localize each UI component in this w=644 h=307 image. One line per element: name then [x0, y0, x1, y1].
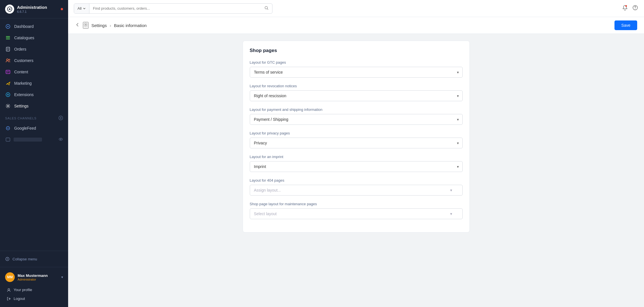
sidebar-label-orders: Orders: [14, 47, 26, 51]
imprint-select[interactable]: Imprint: [250, 161, 462, 172]
sidebar-item-marketing[interactable]: Marketing: [0, 78, 68, 89]
app-name: Administration: [17, 5, 47, 10]
svg-rect-4: [6, 38, 10, 38]
privacy-select[interactable]: Privacy: [250, 138, 462, 148]
svg-point-22: [635, 9, 635, 9]
sidebar: Administration 6.6.7.1 Dashboard: [0, 0, 68, 307]
form-section-gtc: Layout for GTC pages Terms of service ▾: [250, 60, 463, 78]
svg-rect-3: [6, 36, 10, 37]
select-payment[interactable]: Payment / Shipping ▾: [250, 114, 463, 125]
select-maintenance-placeholder: Select layout ▾: [250, 209, 462, 219]
user-name: Max Mustermann: [18, 273, 48, 278]
sidebar-item-dashboard[interactable]: Dashboard: [0, 21, 68, 32]
sidebar-item-catalogues[interactable]: Catalogues: [0, 32, 68, 43]
user-role: Administrator: [18, 278, 48, 281]
user-profile-toggle[interactable]: MM Max Mustermann Administrator ▾: [5, 270, 63, 284]
select-gtc[interactable]: Terms of service ▾: [250, 67, 463, 78]
sales-channels-label: Sales Channels: [5, 117, 37, 120]
label-gtc: Layout for GTC pages: [250, 60, 463, 65]
sidebar-header: Administration 6.6.7.1: [0, 0, 68, 18]
main-content: All: [68, 0, 644, 307]
gtc-select[interactable]: Terms of service: [250, 67, 462, 77]
card-title: Shop pages: [250, 48, 463, 53]
breadcrumb: Settings › Basic information: [91, 23, 147, 28]
label-privacy: Layout for privacy pages: [250, 131, 463, 135]
extensions-icon: [5, 92, 11, 98]
customers-icon: [5, 58, 11, 63]
sidebar-item-customers[interactable]: Customers: [0, 55, 68, 66]
sidebar-item-content[interactable]: Content: [0, 66, 68, 78]
dashboard-icon: [5, 24, 11, 29]
shop-pages-card: Shop pages Layout for GTC pages Terms of…: [243, 41, 470, 233]
page-header: Settings › Basic information Save: [68, 17, 644, 34]
svg-rect-14: [6, 138, 10, 141]
breadcrumb-parent: Settings: [91, 23, 107, 28]
select-404-placeholder: Assign layout... ▾: [250, 185, 462, 195]
catalogues-icon: [5, 35, 11, 41]
sidebar-item-extensions[interactable]: Extensions: [0, 89, 68, 100]
marketing-icon: [5, 80, 11, 86]
settings-icon: [5, 103, 11, 109]
toggle-visibility-icon[interactable]: [58, 137, 63, 142]
label-maintenance: Shop page layout for maintenance pages: [250, 202, 463, 206]
masked-channel-text: [14, 138, 42, 142]
add-channel-icon[interactable]: [58, 116, 63, 121]
select-maintenance[interactable]: Select layout ▾: [250, 208, 463, 219]
page-settings-icon[interactable]: [83, 22, 89, 29]
masked-channel-icon: [5, 137, 11, 142]
sidebar-label-dashboard: Dashboard: [14, 24, 34, 29]
save-button[interactable]: Save: [614, 20, 637, 30]
select-404[interactable]: Assign layout... ▾: [250, 185, 463, 196]
revocation-select[interactable]: Right of rescission: [250, 91, 462, 101]
sidebar-masked-channel: [0, 134, 68, 145]
form-section-payment: Layout for payment and shipping informat…: [250, 107, 463, 125]
collapse-menu-btn[interactable]: Collapse menu: [0, 254, 68, 264]
notifications-icon[interactable]: [622, 5, 628, 12]
select-privacy[interactable]: Privacy ▾: [250, 138, 463, 148]
breadcrumb-separator: ›: [110, 23, 111, 28]
search-input[interactable]: [89, 6, 261, 11]
your-profile-link[interactable]: Your profile: [5, 285, 63, 294]
label-payment: Layout for payment and shipping informat…: [250, 107, 463, 112]
svg-rect-5: [6, 39, 10, 40]
form-section-imprint: Layout for an imprint Imprint ▾: [250, 155, 463, 172]
topbar: All: [68, 0, 644, 17]
search-filter-label: All: [77, 6, 81, 11]
sidebar-label-customers: Customers: [14, 58, 33, 63]
sidebar-label-catalogues: Catalogues: [14, 36, 34, 40]
collapse-menu-label: Collapse menu: [12, 257, 37, 261]
svg-point-23: [85, 24, 86, 25]
select-imprint[interactable]: Imprint ▾: [250, 161, 463, 172]
user-section: MM Max Mustermann Administrator ▾ Your p…: [0, 267, 68, 307]
orders-icon: [5, 46, 11, 52]
chevron-maintenance-icon: ▾: [450, 211, 452, 216]
sidebar-label-marketing: Marketing: [14, 81, 32, 86]
search-filter-btn[interactable]: All: [74, 4, 89, 13]
back-button[interactable]: [75, 22, 80, 29]
page-content: Shop pages Layout for GTC pages Terms of…: [68, 34, 644, 307]
label-404: Layout for 404 pages: [250, 178, 463, 182]
svg-rect-9: [6, 70, 10, 74]
chevron-404-icon: ▾: [450, 188, 452, 192]
form-section-maintenance: Shop page layout for maintenance pages S…: [250, 202, 463, 219]
app-version: 6.6.7.1: [17, 10, 47, 13]
sidebar-item-orders[interactable]: Orders: [0, 43, 68, 55]
user-actions: Your profile Logout: [5, 284, 63, 304]
sidebar-label-content: Content: [14, 70, 28, 74]
select-revocation[interactable]: Right of rescission ▾: [250, 90, 463, 101]
search-container: All: [74, 3, 272, 14]
googlefeed-icon: [5, 125, 11, 131]
page-area: Settings › Basic information Save Shop p…: [68, 17, 644, 307]
sidebar-item-googlefeed[interactable]: GoogleFeed: [0, 123, 68, 134]
app-logo: [5, 5, 14, 14]
sidebar-nav: Dashboard Catalogues Orders: [0, 18, 68, 251]
sidebar-label-extensions: Extensions: [14, 92, 33, 97]
sidebar-item-settings[interactable]: Settings: [0, 100, 68, 112]
payment-select[interactable]: Payment / Shipping: [250, 114, 462, 125]
search-submit-icon[interactable]: [261, 6, 272, 11]
help-icon[interactable]: [632, 5, 638, 12]
logout-link[interactable]: Logout: [5, 294, 63, 303]
label-revocation: Layout for revocation notices: [250, 84, 463, 88]
form-section-revocation: Layout for revocation notices Right of r…: [250, 84, 463, 101]
sidebar-label-googlefeed: GoogleFeed: [14, 126, 36, 130]
